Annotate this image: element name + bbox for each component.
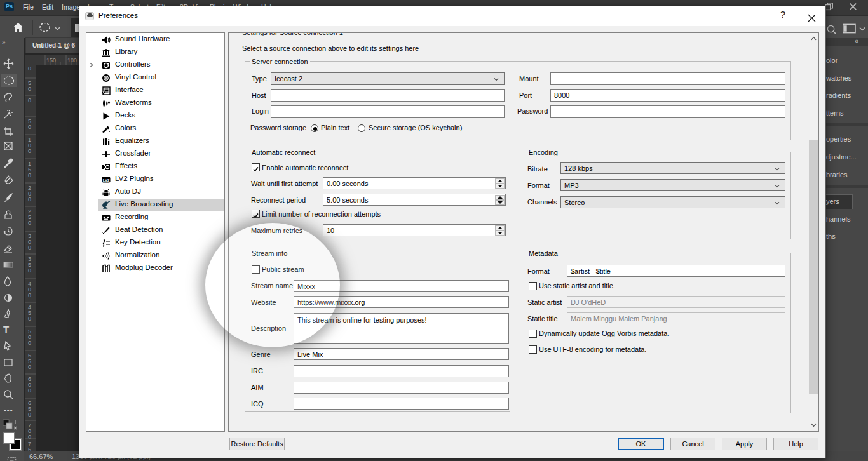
svg-text:LV2: LV2 — [103, 178, 110, 182]
